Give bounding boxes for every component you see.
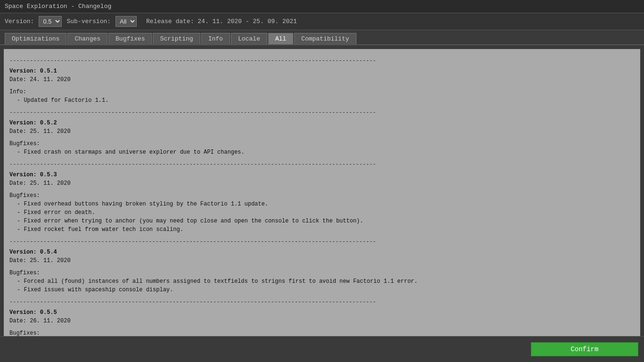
entry-date: Date: 25. 11. 2020 <box>9 256 635 265</box>
entry-date: Date: 25. 11. 2020 <box>9 179 635 188</box>
separator: ----------------------------------------… <box>9 108 635 117</box>
entry-item: - Forced all (found) instances of all nu… <box>17 277 635 286</box>
changelog-entry: ----------------------------------------… <box>9 238 635 294</box>
section-title: Bugfixes: <box>9 329 635 336</box>
sub-version-label: Sub-version: <box>66 18 111 25</box>
tab-locale[interactable]: Locale <box>231 33 267 44</box>
separator: ----------------------------------------… <box>9 298 635 306</box>
changelog-entry: ----------------------------------------… <box>9 298 635 336</box>
entry-version: Version: 0.5.2 <box>9 119 635 127</box>
confirm-button[interactable]: Confirm <box>531 342 638 356</box>
app-window: Space Exploration - Changelog Version: 0… <box>0 0 644 362</box>
content-area[interactable]: ----------------------------------------… <box>4 49 640 336</box>
entry-item: - Fixed error on death. <box>17 208 635 217</box>
release-date: Release date: 24. 11. 2020 - 25. 09. 202… <box>146 18 297 25</box>
entry-item: - Fixed crash on starmaps and universe e… <box>17 148 635 156</box>
tab-all[interactable]: All <box>268 33 293 44</box>
section-title: Info: <box>9 88 635 96</box>
entry-item: - Fixed issues with spaceship console di… <box>17 286 635 294</box>
entry-item: - Updated for Factorio 1.1. <box>17 96 635 105</box>
version-label: Version: <box>5 18 34 25</box>
entry-item: - Fixed overhead buttons having broken s… <box>17 200 635 208</box>
entry-version: Version: 0.5.4 <box>9 248 635 256</box>
entry-date: Date: 26. 11. 2020 <box>9 317 635 325</box>
version-select[interactable]: 0.5 <box>39 16 62 27</box>
entry-item: - Fixed error when trying to anchor (you… <box>17 217 635 225</box>
header-bar: Version: 0.5 Sub-version: All Release da… <box>0 13 644 30</box>
tab-changes[interactable]: Changes <box>67 33 107 44</box>
entry-version: Version: 0.5.1 <box>9 67 635 75</box>
footer-bar: Confirm <box>0 336 644 362</box>
section-title: Bugfixes: <box>9 269 635 277</box>
entry-date: Date: 24. 11. 2020 <box>9 75 635 84</box>
separator: ----------------------------------------… <box>9 160 635 169</box>
title-bar: Space Exploration - Changelog <box>0 0 644 13</box>
changelog-entry: ----------------------------------------… <box>9 108 635 156</box>
entry-date: Date: 25. 11. 2020 <box>9 127 635 136</box>
release-date-value: 24. 11. 2020 - 25. 09. 2021 <box>198 18 297 25</box>
changelog-entry: ----------------------------------------… <box>9 160 635 234</box>
tab-optimizations[interactable]: Optimizations <box>5 33 66 44</box>
window-title: Space Exploration - Changelog <box>5 3 111 10</box>
tab-info[interactable]: Info <box>201 33 230 44</box>
tab-bugfixes[interactable]: Bugfixes <box>108 33 152 44</box>
tab-scripting[interactable]: Scripting <box>153 33 200 44</box>
tabs-bar: OptimizationsChangesBugfixesScriptingInf… <box>0 30 644 45</box>
sub-version-select[interactable]: All <box>116 16 137 27</box>
separator: ----------------------------------------… <box>9 238 635 246</box>
entry-version: Version: 0.5.5 <box>9 308 635 317</box>
section-title: Bugfixes: <box>9 140 635 148</box>
section-title: Bugfixes: <box>9 191 635 200</box>
separator: ----------------------------------------… <box>9 57 635 65</box>
tab-compatibility[interactable]: Compatibility <box>294 33 356 44</box>
changelog-entry: ----------------------------------------… <box>9 57 635 105</box>
release-date-label: Release date: <box>146 18 194 25</box>
entry-version: Version: 0.5.3 <box>9 171 635 179</box>
entry-item: - Fixed rocket fuel from water tech icon… <box>17 225 635 234</box>
